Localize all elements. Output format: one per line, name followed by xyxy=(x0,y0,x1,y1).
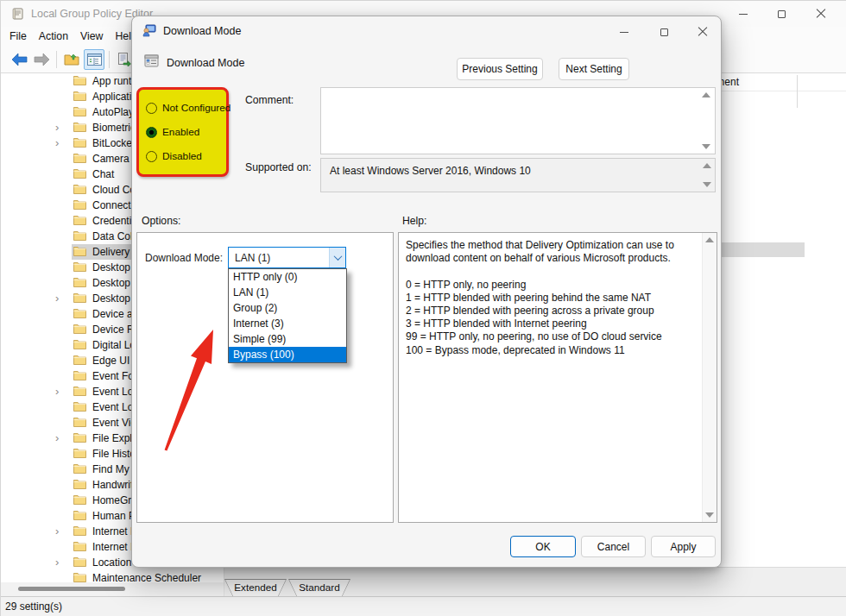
window-close-button[interactable] xyxy=(801,1,840,27)
folder-icon xyxy=(73,556,86,567)
folder-icon xyxy=(73,308,86,318)
folder-icon xyxy=(73,199,86,210)
tree-horizontal-scrollbar[interactable] xyxy=(1,582,224,596)
folder-icon xyxy=(73,277,86,287)
scrollbar-thumb[interactable] xyxy=(18,587,125,591)
folder-icon xyxy=(73,230,86,241)
tab-standard-label: Standard xyxy=(288,581,350,593)
folder-icon xyxy=(64,53,79,66)
cancel-button[interactable]: Cancel xyxy=(581,536,646,557)
apply-button[interactable]: Apply xyxy=(651,536,716,557)
scroll-up-icon[interactable] xyxy=(703,163,711,168)
window-maximize-button[interactable] xyxy=(762,1,801,27)
radio-disabled[interactable]: Disabled xyxy=(146,144,226,168)
folder-icon xyxy=(73,122,86,132)
folder-icon xyxy=(73,168,86,179)
tab-extended[interactable]: Extended xyxy=(224,579,287,597)
scroll-up-icon[interactable] xyxy=(705,237,714,242)
dialog-titlebar: Download Mode xyxy=(132,16,721,46)
download-mode-dropdown-list: HTTP only (0)LAN (1)Group (2)Internet (3… xyxy=(228,268,347,363)
download-mode-combobox[interactable]: LAN (1) xyxy=(228,247,346,268)
show-console-tree-button[interactable] xyxy=(84,49,104,70)
policy-dialog-icon xyxy=(142,24,156,37)
column-divider[interactable] xyxy=(797,75,798,108)
folder-icon xyxy=(73,370,86,380)
maximize-icon xyxy=(778,10,786,18)
previous-setting-button[interactable]: Previous Setting xyxy=(457,58,543,80)
help-panel: Specifies the method that Delivery Optim… xyxy=(398,232,717,523)
folder-icon xyxy=(73,448,86,458)
combobox-value: LAN (1) xyxy=(235,252,270,264)
close-icon xyxy=(816,9,826,19)
folder-icon xyxy=(73,417,86,427)
options-panel: Download Mode: LAN (1) HTTP only (0)LAN … xyxy=(136,232,394,523)
dialog-maximize-button[interactable] xyxy=(649,20,679,44)
menu-file[interactable]: File xyxy=(9,30,27,42)
forward-button[interactable] xyxy=(31,49,52,70)
folder-icon xyxy=(73,106,86,116)
next-setting-button[interactable]: Next Setting xyxy=(559,58,629,80)
dropdown-item[interactable]: Internet (3) xyxy=(229,316,346,331)
chevron-right-icon[interactable]: › xyxy=(55,136,66,150)
dropdown-item[interactable]: Group (2) xyxy=(229,300,346,316)
status-text: 29 setting(s) xyxy=(5,600,62,613)
policy-setting-icon xyxy=(144,54,160,68)
folder-icon xyxy=(73,386,86,396)
dialog-close-button[interactable] xyxy=(688,20,717,44)
toolbar-separator xyxy=(56,51,57,68)
folder-icon xyxy=(73,246,86,256)
radio-not-configured[interactable]: Not Configured xyxy=(146,96,226,120)
help-scrollbar[interactable] xyxy=(702,233,717,522)
radio-icon xyxy=(146,103,157,114)
chevron-down-icon xyxy=(333,252,342,261)
supported-on-label: Supported on: xyxy=(245,161,312,173)
chevron-right-icon[interactable]: › xyxy=(55,556,66,569)
folder-icon xyxy=(73,525,86,536)
download-mode-dialog: Download Mode Download Mode Previous Set… xyxy=(131,16,722,568)
folder-icon xyxy=(73,494,86,505)
dropdown-item[interactable]: Simple (99) xyxy=(229,331,346,347)
up-folder-button[interactable] xyxy=(61,49,82,70)
radio-enabled[interactable]: Enabled xyxy=(146,120,226,144)
forward-arrow-icon xyxy=(34,53,50,66)
menu-action[interactable]: Action xyxy=(39,30,68,42)
folder-icon xyxy=(73,479,86,489)
comment-input[interactable] xyxy=(320,87,716,154)
tab-extended-label: Extended xyxy=(224,581,287,593)
folder-icon xyxy=(73,91,86,101)
dropdown-item[interactable]: HTTP only (0) xyxy=(229,269,346,285)
scroll-up-icon[interactable] xyxy=(702,92,710,97)
chevron-right-icon[interactable]: › xyxy=(55,525,66,538)
back-button[interactable] xyxy=(9,49,29,70)
window-minimize-button[interactable] xyxy=(723,1,762,27)
folder-icon xyxy=(73,75,86,85)
dropdown-item[interactable]: LAN (1) xyxy=(229,285,346,300)
tab-standard[interactable]: Standard xyxy=(288,579,350,597)
tree-item[interactable]: › Maintenance Scheduler xyxy=(1,570,224,582)
menu-view[interactable]: View xyxy=(80,30,103,42)
state-radio-group-highlight: Not Configured Enabled Disabled xyxy=(136,87,229,177)
combobox-dropdown-button[interactable] xyxy=(329,248,345,267)
ok-button[interactable]: OK xyxy=(510,536,576,557)
help-label: Help: xyxy=(402,215,426,227)
chevron-right-icon[interactable]: › xyxy=(55,121,66,135)
chevron-right-icon[interactable]: › xyxy=(55,292,66,305)
scroll-down-icon[interactable] xyxy=(703,182,711,187)
toolbar-separator xyxy=(109,51,110,68)
folder-icon xyxy=(73,339,86,349)
folder-icon xyxy=(73,184,86,194)
folder-icon xyxy=(73,292,86,303)
dropdown-item[interactable]: Bypass (100) xyxy=(229,347,346,362)
scroll-down-icon[interactable] xyxy=(705,512,714,518)
folder-icon xyxy=(73,541,86,551)
folder-icon xyxy=(73,324,86,334)
dialog-minimize-button[interactable] xyxy=(609,20,639,44)
folder-icon xyxy=(73,261,86,272)
chevron-right-icon[interactable]: › xyxy=(55,385,66,399)
chevron-right-icon[interactable]: › xyxy=(55,431,66,445)
radio-selected-icon xyxy=(146,127,157,138)
status-bar: 29 setting(s) xyxy=(1,596,846,616)
scroll-down-icon[interactable] xyxy=(702,144,710,149)
export-list-icon xyxy=(117,53,131,66)
download-mode-label: Download Mode: xyxy=(145,252,223,264)
